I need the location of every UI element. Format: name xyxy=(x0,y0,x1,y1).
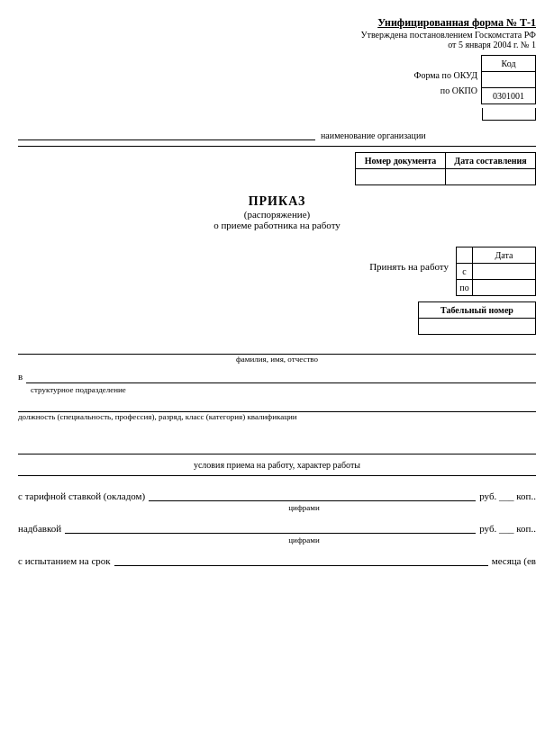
dolgnost-label: должность (специальность, профессия), ра… xyxy=(18,412,536,421)
header-block: Унифицированная форма № Т-1 Утверждена п… xyxy=(18,16,536,50)
form-subtitle1: Утверждена постановлением Госкомстата РФ xyxy=(18,30,536,40)
divider1 xyxy=(18,146,536,147)
form-title: Унифицированная форма № Т-1 xyxy=(18,16,536,30)
okpo-extra xyxy=(18,108,536,121)
fio-label: фамилия, имя, отчество xyxy=(18,355,536,364)
stavka-rub: руб. ___ коп.. xyxy=(479,490,536,501)
okud-label: Форма по ОКУД xyxy=(414,68,477,83)
nadbavka-line[interactable] xyxy=(65,518,476,534)
nadbavka-label: надбавкой xyxy=(18,523,61,534)
okud-block: Форма по ОКУД по ОКПО Код 0301001 xyxy=(18,55,536,104)
stavka-cifry: цифрами xyxy=(72,503,536,512)
prinyat-block: Принять на работу Дата с по xyxy=(18,247,536,296)
doc-val2[interactable] xyxy=(446,169,536,185)
prinyat-label: Принять на работу xyxy=(369,247,456,272)
nadbavka-row: надбавкой руб. ___ коп.. xyxy=(18,518,536,534)
empty-area xyxy=(18,421,536,446)
okud-labels: Форма по ОКУД по ОКПО xyxy=(414,55,481,98)
tabel-header: Табельный номер xyxy=(419,302,536,319)
s-label: с xyxy=(457,264,473,280)
usloviya-label: условия приема на работу, характер работ… xyxy=(18,460,536,470)
nadbavka-cifry: цифрами xyxy=(72,536,536,544)
prikaz-sub1: (распоряжение) xyxy=(18,209,536,220)
stavka-line[interactable] xyxy=(149,485,476,501)
main-title-block: ПРИКАЗ (распоряжение) о приеме работника… xyxy=(18,194,536,230)
fio-block: фамилия, имя, отчество xyxy=(18,338,536,364)
date-header: Дата xyxy=(473,248,536,264)
stavka-row: с тарифной ставкой (окладом) руб. ___ ко… xyxy=(18,485,536,501)
tabel-block: Табельный номер xyxy=(18,302,536,335)
v-line[interactable] xyxy=(26,367,536,383)
s-value[interactable] xyxy=(473,264,536,280)
date-empty xyxy=(457,248,473,264)
tabel-table: Табельный номер xyxy=(418,302,536,335)
doc-col2: Дата составления xyxy=(446,153,536,169)
doc-col1: Номер документа xyxy=(356,153,446,169)
v-sublabel: структурное подразделение xyxy=(31,385,536,394)
po-value[interactable] xyxy=(473,280,536,296)
org-line xyxy=(18,124,315,140)
po-label: по xyxy=(457,280,473,296)
okpo-value: 0301001 xyxy=(482,88,536,104)
ispytanie-suffix: месяца (ев xyxy=(492,555,536,566)
date-table: Дата с по xyxy=(456,247,536,296)
kod-header: Код xyxy=(482,56,536,72)
ispytanie-line[interactable] xyxy=(114,550,488,566)
doc-table-block: Номер документа Дата составления xyxy=(18,152,536,185)
okud-table: Код 0301001 xyxy=(481,55,536,104)
usloviya-block: условия приема на работу, характер работ… xyxy=(18,454,536,476)
prikaz-sub2: о приеме работника на работу xyxy=(18,220,536,230)
okud-value xyxy=(482,72,536,88)
ispytanie-label: с испытанием на срок xyxy=(18,555,111,566)
dolgnost-block: должность (специальность, профессия), ра… xyxy=(18,396,536,421)
doc-val1[interactable] xyxy=(356,169,446,185)
okpo-label: по ОКПО xyxy=(414,83,477,98)
stavka-label: с тарифной ставкой (окладом) xyxy=(18,490,145,501)
v-line-block: в xyxy=(18,367,536,383)
prikaz-title: ПРИКАЗ xyxy=(18,194,536,209)
fio-line[interactable] xyxy=(18,338,536,355)
nadbavka-rub: руб. ___ коп.. xyxy=(479,523,536,534)
okpo-extra-box xyxy=(482,108,536,121)
stavka-block: с тарифной ставкой (окладом) руб. ___ ко… xyxy=(18,485,536,566)
tabel-value[interactable] xyxy=(419,319,536,335)
ispytanie-row: с испытанием на срок месяца (ев xyxy=(18,550,536,566)
dolgnost-line[interactable] xyxy=(18,396,536,412)
v-label: в xyxy=(18,371,26,383)
doc-table: Номер документа Дата составления xyxy=(355,152,536,185)
org-line-block: наименование организации xyxy=(18,124,536,140)
org-label: наименование организации xyxy=(315,130,426,140)
form-subtitle2: от 5 января 2004 г. № 1 xyxy=(18,40,536,50)
